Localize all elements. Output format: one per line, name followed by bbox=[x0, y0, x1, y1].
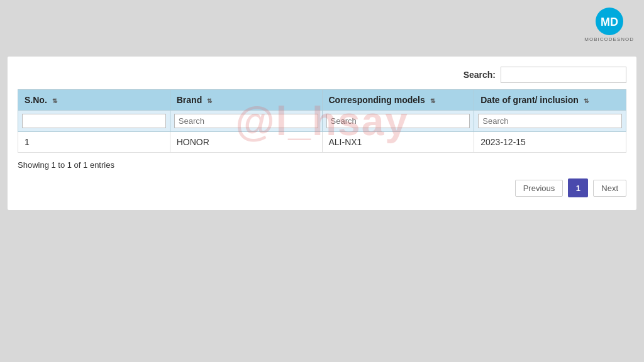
col-models-label: Corresponding models bbox=[329, 95, 425, 105]
filter-cell-brand bbox=[170, 111, 322, 132]
pagination-row: Previous 1 Next bbox=[18, 178, 626, 197]
content-card: Search: @l_hsay S.No. ⇅ Brand bbox=[8, 57, 636, 210]
cell-sno: 1 bbox=[18, 132, 170, 153]
svg-text:MD: MD bbox=[601, 16, 618, 28]
global-search-row: Search: bbox=[18, 67, 626, 83]
col-models-sort-icon: ⇅ bbox=[430, 97, 435, 104]
filter-input-date[interactable] bbox=[478, 114, 622, 128]
filter-cell-models bbox=[322, 111, 474, 132]
logo-area: MD MOBICODESNOD bbox=[584, 8, 634, 42]
logo-subtext: MOBICODESNOD bbox=[584, 36, 634, 42]
table-container: @l_hsay S.No. ⇅ Brand ⇅ Co bbox=[18, 89, 626, 153]
col-sno[interactable]: S.No. ⇅ bbox=[18, 90, 170, 111]
col-models[interactable]: Corresponding models ⇅ bbox=[322, 90, 474, 111]
entries-info: Showing 1 to 1 of 1 entries bbox=[18, 160, 626, 170]
cell-date: 2023-12-15 bbox=[474, 132, 626, 153]
table-header-row: S.No. ⇅ Brand ⇅ Corresponding models ⇅ bbox=[18, 90, 626, 111]
data-table: S.No. ⇅ Brand ⇅ Corresponding models ⇅ bbox=[18, 89, 626, 153]
filter-cell-sno bbox=[18, 111, 170, 132]
filter-input-models[interactable] bbox=[326, 114, 470, 128]
cell-models: ALI-NX1 bbox=[322, 132, 474, 153]
cell-brand: HONOR bbox=[170, 132, 322, 153]
col-sno-sort-icon: ⇅ bbox=[52, 97, 57, 104]
col-brand[interactable]: Brand ⇅ bbox=[170, 90, 322, 111]
col-brand-label: Brand bbox=[177, 95, 202, 105]
search-label: Search: bbox=[464, 70, 496, 80]
table-row: 1 HONOR ALI-NX1 2023-12-15 bbox=[18, 132, 626, 153]
col-sno-label: S.No. bbox=[25, 95, 47, 105]
col-date-sort-icon: ⇅ bbox=[584, 97, 589, 104]
next-button[interactable]: Next bbox=[593, 180, 626, 197]
col-date[interactable]: Date of grant/ inclusion ⇅ bbox=[474, 90, 626, 111]
table-body: 1 HONOR ALI-NX1 2023-12-15 bbox=[18, 132, 626, 153]
filter-input-brand[interactable] bbox=[174, 114, 318, 128]
global-search-input[interactable] bbox=[501, 67, 626, 83]
logo-icon: MD bbox=[596, 8, 623, 35]
table-filter-row bbox=[18, 111, 626, 132]
filter-input-sno[interactable] bbox=[22, 114, 166, 128]
col-brand-sort-icon: ⇅ bbox=[207, 97, 212, 104]
col-date-label: Date of grant/ inclusion bbox=[480, 95, 579, 105]
page-wrapper: MD MOBICODESNOD Search: @l_hsay S.No. ⇅ bbox=[0, 0, 644, 362]
filter-cell-date bbox=[474, 111, 626, 132]
page-number-1[interactable]: 1 bbox=[568, 178, 588, 197]
previous-button[interactable]: Previous bbox=[515, 180, 564, 197]
